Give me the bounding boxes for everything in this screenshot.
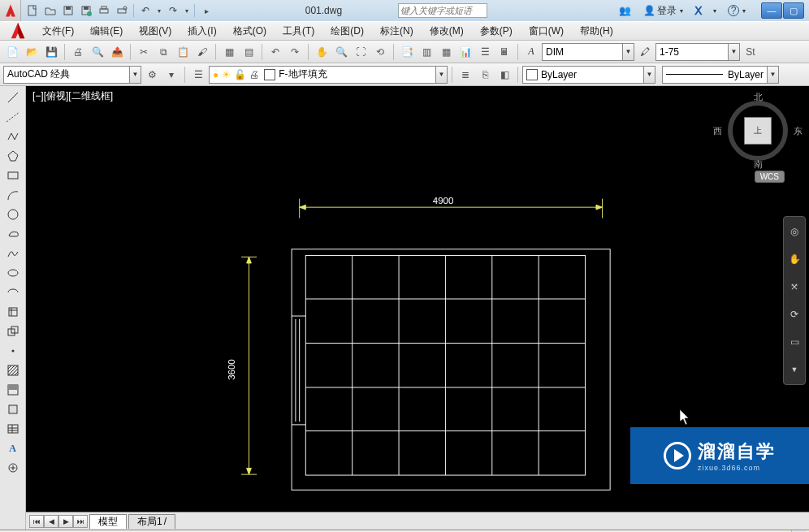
circle-icon[interactable] bbox=[4, 206, 22, 223]
search-input[interactable] bbox=[398, 3, 487, 18]
preview-icon[interactable]: 🔍 bbox=[89, 43, 106, 61]
point-icon[interactable] bbox=[4, 343, 22, 359]
plot-icon[interactable]: 🖨 bbox=[69, 43, 87, 61]
print-icon[interactable] bbox=[96, 2, 112, 19]
ws-save-icon[interactable]: ▾ bbox=[162, 66, 180, 84]
menu-dim[interactable]: 标注(N) bbox=[372, 22, 422, 40]
layer-dropdown[interactable]: ● ☀ 🔓 🖨 F-地坪填充 ▼ bbox=[209, 66, 448, 84]
style-tail-icon[interactable]: St bbox=[742, 43, 759, 61]
spline-icon[interactable] bbox=[4, 245, 22, 262]
dimstyle-dropdown[interactable]: DIM ▼ bbox=[542, 43, 634, 61]
hatch-icon[interactable] bbox=[4, 362, 22, 378]
tab-first-icon[interactable]: ⏮ bbox=[29, 515, 44, 528]
chevron-down-icon[interactable]: ▼ bbox=[729, 43, 740, 61]
chevron-down-icon[interactable]: ▼ bbox=[623, 43, 634, 61]
open-icon[interactable]: 📂 bbox=[23, 43, 41, 61]
markup-icon[interactable]: ☰ bbox=[476, 43, 494, 61]
redo-dd-icon[interactable]: ▾ bbox=[183, 2, 191, 19]
layer-states-icon[interactable]: ≣ bbox=[456, 66, 474, 84]
maximize-button[interactable]: ▢ bbox=[783, 2, 804, 19]
tool-palettes-icon[interactable]: ▦ bbox=[437, 43, 455, 61]
arc-icon[interactable] bbox=[4, 187, 22, 203]
linetype-dropdown[interactable]: ByLayer ▼ bbox=[662, 66, 779, 84]
match-icon[interactable]: 🖌 bbox=[193, 43, 211, 61]
vc-top-face[interactable]: 上 bbox=[744, 117, 772, 145]
tab-prev-icon[interactable]: ◀ bbox=[44, 515, 58, 528]
layer-prop-icon[interactable]: ☰ bbox=[189, 66, 207, 84]
menu-draw[interactable]: 绘图(D) bbox=[322, 22, 372, 40]
save-icon[interactable]: 💾 bbox=[42, 43, 60, 61]
calc-icon[interactable]: 🖩 bbox=[495, 43, 513, 61]
new-icon[interactable] bbox=[24, 2, 41, 19]
chevron-down-icon[interactable]: ▼ bbox=[130, 66, 141, 84]
paste-icon[interactable]: 📋 bbox=[174, 43, 192, 61]
chevron-down-icon[interactable]: ▼ bbox=[768, 66, 779, 84]
tab-layout1[interactable]: 布局1/ bbox=[128, 514, 175, 529]
pan-icon[interactable]: ✋ bbox=[313, 43, 331, 61]
layer-prev-icon[interactable]: ◧ bbox=[495, 66, 513, 84]
undo-dd-icon[interactable]: ▾ bbox=[155, 2, 163, 19]
region-icon[interactable] bbox=[4, 401, 22, 417]
gear-icon[interactable]: ⚙ bbox=[143, 66, 161, 84]
vc-south[interactable]: 南 bbox=[754, 158, 763, 171]
plot-preview-icon[interactable] bbox=[114, 2, 130, 19]
minimize-button[interactable]: — bbox=[761, 2, 782, 19]
save-icon[interactable] bbox=[60, 2, 76, 19]
menu-tools[interactable]: 工具(T) bbox=[275, 22, 322, 40]
tab-model[interactable]: 模型 bbox=[89, 514, 127, 529]
publish-icon[interactable]: 📤 bbox=[108, 43, 126, 61]
dc-icon[interactable]: ▥ bbox=[417, 43, 435, 61]
menu-help[interactable]: 帮助(H) bbox=[572, 22, 621, 40]
block-icon[interactable]: ▦ bbox=[220, 43, 238, 61]
app-menu-button[interactable] bbox=[0, 0, 21, 21]
copy-icon[interactable]: ⧉ bbox=[154, 43, 172, 61]
make-block-icon[interactable] bbox=[4, 323, 22, 340]
vc-north[interactable]: 北 bbox=[754, 91, 763, 103]
menu-view[interactable]: 视图(V) bbox=[131, 22, 180, 40]
saveas-icon[interactable] bbox=[78, 2, 94, 19]
insert-block-icon[interactable] bbox=[4, 304, 22, 320]
rectangle-icon[interactable] bbox=[4, 167, 22, 184]
model-viewport[interactable]: [−][俯视][二维线框] 4900 3600 bbox=[26, 86, 809, 512]
new-icon[interactable]: 📄 bbox=[3, 43, 21, 61]
gradient-icon[interactable] bbox=[4, 382, 22, 398]
ann-scale-icon[interactable]: 🖍 bbox=[636, 43, 654, 61]
polygon-icon[interactable] bbox=[4, 148, 22, 164]
zoom-extents-icon[interactable]: ⤧ bbox=[786, 279, 803, 295]
menu-format[interactable]: 格式(O) bbox=[225, 22, 275, 40]
chevron-down-icon[interactable]: ▼ bbox=[644, 66, 655, 84]
pan-icon[interactable]: ✋ bbox=[786, 251, 803, 267]
sheet-set-icon[interactable]: 📊 bbox=[456, 43, 474, 61]
menu-param[interactable]: 参数(P) bbox=[472, 22, 521, 40]
addselected-icon[interactable] bbox=[4, 460, 22, 476]
ref-icon[interactable]: ▤ bbox=[240, 43, 257, 61]
menu-modify[interactable]: 修改(M) bbox=[422, 22, 472, 40]
open-icon[interactable] bbox=[42, 2, 58, 19]
workspace-dropdown[interactable]: AutoCAD 经典 ▼ bbox=[3, 66, 141, 84]
view-cube[interactable]: 北 南 西 东 上 bbox=[721, 94, 794, 167]
construction-line-icon[interactable] bbox=[4, 109, 22, 125]
chevron-down-icon[interactable]: ▼ bbox=[436, 66, 448, 84]
undo-icon[interactable]: ↶ bbox=[266, 43, 284, 61]
showmotion-icon[interactable]: ▭ bbox=[786, 334, 803, 350]
zoom-icon[interactable]: 🔍 bbox=[332, 43, 350, 61]
revcloud-icon[interactable] bbox=[4, 226, 22, 242]
zoom-prev-icon[interactable]: ⟲ bbox=[371, 43, 389, 61]
orbit-icon[interactable]: ⟳ bbox=[786, 306, 803, 322]
zoom-window-icon[interactable]: ⛶ bbox=[352, 43, 370, 61]
wcs-badge[interactable]: WCS bbox=[755, 171, 785, 183]
exchange-icon[interactable]: Ⅹ bbox=[691, 2, 705, 19]
mtext-icon[interactable]: A bbox=[4, 440, 22, 456]
undo-icon[interactable]: ↶ bbox=[137, 2, 154, 19]
annotate-icon[interactable]: A bbox=[522, 43, 540, 61]
cut-icon[interactable]: ✂ bbox=[135, 43, 153, 61]
menu-window[interactable]: 窗口(W) bbox=[521, 22, 572, 40]
menu-insert[interactable]: 插入(I) bbox=[180, 22, 224, 40]
help-icon[interactable]: ?▾ bbox=[725, 2, 749, 19]
polyline-icon[interactable] bbox=[4, 128, 22, 145]
color-dropdown[interactable]: ByLayer ▼ bbox=[522, 66, 655, 84]
table-icon[interactable] bbox=[4, 421, 22, 437]
qat-more-icon[interactable]: ▸ bbox=[198, 2, 214, 19]
vc-west[interactable]: 西 bbox=[713, 125, 722, 137]
menu-file[interactable]: 文件(F) bbox=[34, 22, 82, 40]
